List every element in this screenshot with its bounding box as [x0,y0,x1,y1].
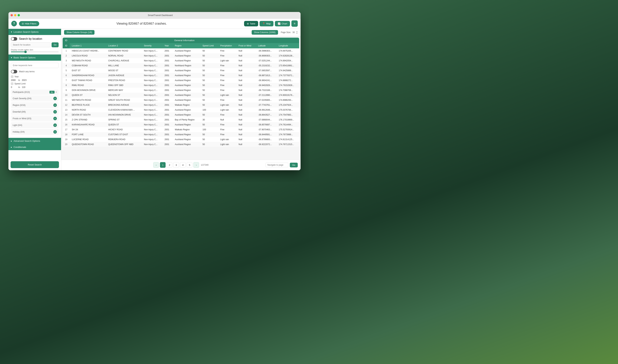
table-row[interactable]: 3 WEYMOUTH ROAD CHURCHILL AVENUE Non-Inj… [63,58,299,63]
menu-button[interactable]: ≡ [291,20,298,27]
downfall-plus-button[interactable]: + [53,110,57,114]
table-row[interactable]: 16 KARANGAHAPE ROAD QUEEN ST Non-Injury … [63,122,299,127]
reset-search-button[interactable]: Reset Search [11,161,59,168]
page-size-label: Page Size: [281,31,291,34]
table-row[interactable]: 8 RIMU ROAD RIMU OFF SBD Non-Injury C...… [63,83,299,88]
location-toggle[interactable] [11,37,17,41]
page-3-button[interactable]: 3 [173,162,179,168]
participants-right: An + [49,91,57,93]
col-lon[interactable]: Longitude [277,43,299,48]
advanced-search-header[interactable]: ▸ Advanced Search Options [8,138,61,144]
help-button[interactable]: ? [11,21,17,26]
table-row[interactable]: 5 EAST ST WOOD ST Non-Injury C... 2001 A… [63,68,299,73]
table-row[interactable]: 10 QUEEN ST NELSON ST Non-Injury C... 20… [63,93,299,98]
frosts-label: Frosts or Wind (0/3) [13,117,31,120]
table-row[interactable]: 18 FORT LANE CUSTOMS ST EAST Non-Injury … [63,132,299,137]
match-any-toggle[interactable] [11,70,17,73]
table-row[interactable]: 2 LINCOLN ROAD NORVAL ROAD Non-Injury C.… [63,53,299,58]
participants-plus-button[interactable]: + [56,91,57,93]
table-row[interactable]: 17 SH 1N HICKEY ROAD Non-Injury C... 200… [63,127,299,132]
location-slider-fill [11,52,25,52]
keywords-input[interactable] [11,63,59,68]
basic-search-header[interactable]: ▾ Basic Search Options [8,54,61,61]
col-loc1[interactable]: Location 1 [70,43,106,48]
page-1-button[interactable]: 1 [160,162,166,168]
col-speed[interactable]: Speed Limit [201,43,218,48]
crash-severity-plus-button[interactable]: + [53,97,57,100]
speed-checkbox[interactable] [11,82,13,85]
conditionals-header[interactable]: ▸ Conditionals [8,144,61,150]
cell-loc2: REMUERA ROAD [106,137,142,142]
cell-loc2: NORVAL ROAD [106,53,142,58]
col-region[interactable]: Region [173,43,201,48]
region-plus-button[interactable]: + [53,104,57,107]
year-checkbox[interactable] [11,76,13,78]
close-dot[interactable] [11,14,13,16]
table-row[interactable]: 15 Z CPK STRAND SPRING ST Non-Injury C..… [63,117,299,122]
page-2-button[interactable]: 2 [167,162,172,168]
navigate-go-button[interactable]: Go [290,163,298,167]
cell-severity: Non-Injury C... [142,58,162,63]
table-row[interactable]: 11 WEYMOUTH ROAD GREAT SOUTH ROAD Non-In… [63,98,299,103]
table-row[interactable]: 9 DON MCKINNON DRIVE MERCARI WAY Non-Inj… [63,88,299,93]
map-view-button[interactable]: 📍 Map [260,21,273,26]
frosts-filter[interactable]: Frosts or Wind (0/3) + [11,116,59,121]
cell-id: 3 [63,58,70,63]
table-row[interactable]: 20 QUEENSTOWN ROAD QUEENSTOWN OFF NBD No… [63,142,299,147]
navigate-to-page-input[interactable] [266,163,288,167]
col-precip[interactable]: Precipitation [218,43,237,48]
show-column-groups-button[interactable]: Show Column Groups (1/6) [64,30,94,35]
chart-view-button[interactable]: 📈 Chart [275,21,290,26]
holiday-plus-button[interactable]: + [53,130,57,134]
speed-values-row: 0 to 110 [11,86,59,89]
maximize-dot[interactable] [18,14,20,16]
chart-icon: 📈 [278,22,281,25]
col-frost[interactable]: Frost or Wind [237,43,256,48]
frosts-plus-button[interactable]: + [53,117,57,120]
col-year[interactable]: Year [162,43,173,48]
table-row[interactable]: 1 HIBISCUS COAST HIGHW... CENTREWAY ROAD… [63,48,299,53]
cell-loc1: RIMU ROAD [70,83,106,88]
location-search-input[interactable] [11,42,51,47]
table-row[interactable]: 19 LUCERNE ROAD REMUERA ROAD Non-Injury … [63,137,299,142]
cell-speed: 100 [201,107,218,112]
general-info-group-header: General Information [70,38,299,43]
page-size-down-icon[interactable]: ▼ [296,33,298,34]
table-view-button[interactable]: ⊞ Table [244,21,258,26]
location-search-header[interactable]: ▾ Location Search Options [8,29,61,35]
col-severity[interactable]: Severity [142,43,162,48]
cell-lat: -36.5998303... [256,48,277,53]
table-row[interactable]: 6 SANDRINGHAM ROAD JASON AVENUE Non-Inju… [63,73,299,78]
table-row[interactable]: 13 NORTH ROAD CLEVEDON-KAWAKAWA ... Non-… [63,107,299,112]
show-columns-button[interactable]: Show Columns (10/66) [252,30,278,35]
table-row[interactable]: 14 DEVON ST SOUTH IAN MCKINNON DRIVE Non… [63,112,299,117]
holiday-filter[interactable]: Holiday (0/4) + [11,129,59,135]
speed-range-row: Speed Limit [11,82,59,85]
page-4-button[interactable]: 4 [180,162,186,168]
col-lat[interactable]: Latitude [256,43,277,48]
crash-severity-filter[interactable]: Crash Severity (0/4) + [11,95,59,102]
page-size-arrows[interactable]: ▲ ▼ [296,31,298,34]
next-page-button[interactable]: › [193,162,199,168]
cell-lon: 174.8942054... [277,58,299,63]
cell-loc2: WOOD ST [106,68,142,73]
table-row[interactable]: 7 EAST TAMAKI ROAD PRESTON ROAD Non-Inju… [63,78,299,83]
light-plus-button[interactable]: + [53,123,57,127]
page-5-button[interactable]: 5 [187,162,192,168]
table-row[interactable]: 4 COBHAM ROAD MILL LANE Non-Injury C... … [63,63,299,68]
location-slider-thumb[interactable] [24,51,27,53]
cell-precip: Null [218,117,237,122]
hide-filters-button[interactable]: ⊟ Hide Filters [19,21,39,26]
region-filter[interactable]: Region (0/16) + [11,102,59,108]
location-go-button[interactable]: Go [52,42,59,47]
light-filter[interactable]: Light (0/4) + [11,122,59,128]
table-row[interactable]: 12 BEATRICE PLACE BRECKONS AVENUE Non-In… [63,103,299,107]
cell-year: 2001 [162,112,173,117]
minimize-dot[interactable] [14,14,16,16]
page-size-up-icon[interactable]: ▲ [296,31,298,32]
col-loc2[interactable]: Location 2 [106,43,142,48]
prev-page-button[interactable]: ‹ [153,162,159,168]
cell-severity: Non-Injury C... [142,112,162,117]
cell-speed: 50 [201,137,218,142]
downfall-filter[interactable]: Downfall (0/6) + [11,109,59,115]
